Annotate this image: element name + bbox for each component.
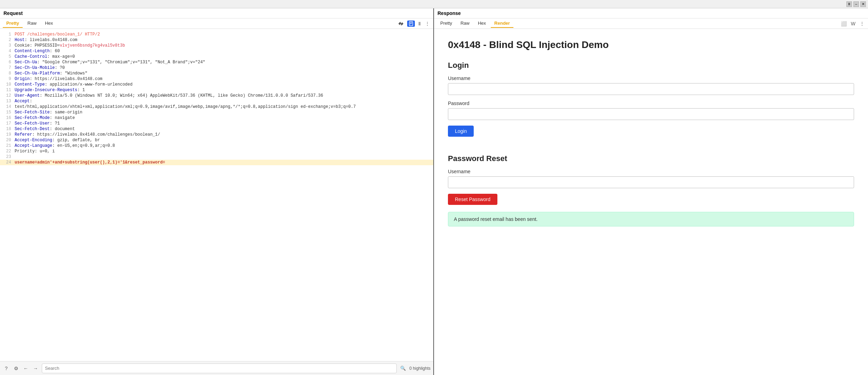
code-line-1: 1POST /challenges/boolean_1/ HTTP/2 — [0, 32, 433, 37]
lines-icon[interactable]: Ⅱ — [418, 20, 421, 27]
svg-rect-1 — [409, 22, 413, 26]
code-line-18: 18Sec-Fetch-Dest: document — [0, 126, 433, 132]
reset-section-title: Password Reset — [448, 154, 854, 163]
code-line-21: 21Accept-Language: en-US,en;q=0.9,ar;q=0… — [0, 143, 433, 149]
word-wrap-icon[interactable]: W — [850, 20, 856, 27]
page-title: 0x4148 - Blind SQL Injection Demo — [448, 39, 854, 50]
code-line-20: 20Accept-Encoding: gzip, deflate, br — [0, 137, 433, 143]
settings-icon[interactable]: ⚙ — [13, 365, 20, 372]
tab-raw-response[interactable]: Raw — [457, 19, 473, 28]
tab-hex-response[interactable]: Hex — [474, 19, 489, 28]
left-panel: Request Pretty Raw Hex — [0, 8, 434, 375]
reset-username-label: Username — [448, 169, 854, 174]
code-line-24: 24username=admin'+and+substring(user(),2… — [0, 160, 433, 165]
svg-point-0 — [400, 23, 402, 24]
code-line-10: 10Content-Type: application/x-www-form-u… — [0, 82, 433, 87]
tab-pretty-response[interactable]: Pretty — [437, 19, 456, 28]
window-bar: ⏸ – ✕ — [0, 0, 868, 8]
success-message: A password reset email has been sent. — [448, 212, 854, 226]
tab-pretty-request[interactable]: Pretty — [3, 19, 23, 28]
search-input[interactable] — [42, 364, 397, 373]
reset-username-input[interactable] — [448, 176, 854, 188]
main-content: Request Pretty Raw Hex — [0, 8, 868, 375]
login-button[interactable]: Login — [448, 126, 474, 137]
render-area: 0x4148 - Blind SQL Injection Demo Login … — [434, 29, 868, 375]
doc-icon[interactable] — [407, 21, 415, 27]
code-line-6: 6Sec-Ch-Ua: "Google Chrome";v="131", "Ch… — [0, 59, 433, 65]
response-title: Response — [434, 8, 868, 18]
tab-hex-request[interactable]: Hex — [41, 19, 56, 28]
response-tabs-bar: Pretty Raw Hex Render ⬜ W ⋮ — [434, 18, 868, 29]
highlights-count: 0 highlights — [409, 366, 431, 371]
search-icon: 🔍 — [400, 365, 406, 372]
tab-render-response[interactable]: Render — [491, 19, 513, 28]
menu-icon[interactable]: ⋮ — [424, 20, 431, 27]
login-password-input[interactable] — [448, 108, 854, 120]
request-title: Request — [0, 8, 433, 18]
close-button[interactable]: ✕ — [860, 1, 866, 7]
pause-button[interactable]: ⏸ — [846, 1, 852, 7]
response-menu-icon[interactable]: ⋮ — [859, 20, 865, 27]
help-icon[interactable]: ? — [3, 365, 10, 372]
code-line-22: 22Priority: u=0, i — [0, 149, 433, 154]
code-line-3: 3Cookie: PHPSESSID=vlvjven6bsndg7kg4val5… — [0, 43, 433, 48]
login-username-input[interactable] — [448, 83, 854, 95]
right-panel: Response Pretty Raw Hex Render ⬜ W ⋮ 0x4… — [434, 8, 868, 375]
minimize-button[interactable]: – — [853, 1, 859, 7]
forward-icon[interactable]: → — [32, 365, 39, 372]
response-tab-icons: ⬜ W ⋮ — [840, 20, 865, 27]
code-line-8: 8Sec-Ch-Ua-Platform: "Windows" — [0, 71, 433, 76]
code-line-19: 19Referer: https://livelabs.0x4148.com/c… — [0, 132, 433, 137]
code-line-7: 7Sec-Ch-Ua-Mobile: ?0 — [0, 65, 433, 71]
request-tab-icons: Ⅱ ⋮ — [397, 20, 431, 27]
code-line-15: 15Sec-Fetch-Site: same-origin — [0, 110, 433, 115]
login-password-label: Password — [448, 101, 854, 106]
bottom-bar: ? ⚙ ← → 🔍 0 highlights — [0, 361, 433, 375]
code-line-14: 14text/html,application/xhtml+xml,applic… — [0, 104, 433, 110]
tab-raw-request[interactable]: Raw — [24, 19, 40, 28]
code-line-23: 23 — [0, 154, 433, 160]
reset-password-button[interactable]: Reset Password — [448, 194, 497, 205]
login-section-title: Login — [448, 61, 854, 70]
back-icon[interactable]: ← — [22, 365, 29, 372]
request-tabs-bar: Pretty Raw Hex — [0, 18, 433, 29]
code-line-9: 9Origin: https://livelabs.0x4148.com — [0, 76, 433, 82]
code-line-17: 17Sec-Fetch-User: ?1 — [0, 121, 433, 126]
request-code-area[interactable]: 1POST /challenges/boolean_1/ HTTP/22Host… — [0, 29, 433, 361]
code-line-2: 2Host: livelabs.0x4148.com — [0, 37, 433, 43]
copy-icon[interactable]: ⬜ — [840, 20, 847, 27]
code-line-11: 11Upgrade-Insecure-Requests: 1 — [0, 87, 433, 93]
login-username-label: Username — [448, 75, 854, 81]
code-line-13: 13Accept: — [0, 98, 433, 104]
eye-off-icon[interactable] — [397, 20, 404, 27]
code-line-16: 16Sec-Fetch-Mode: navigate — [0, 115, 433, 121]
code-line-12: 12User-Agent: Mozilla/5.0 (Windows NT 10… — [0, 93, 433, 98]
code-line-4: 4Content-Length: 60 — [0, 48, 433, 54]
code-line-5: 5Cache-Control: max-age=0 — [0, 54, 433, 59]
